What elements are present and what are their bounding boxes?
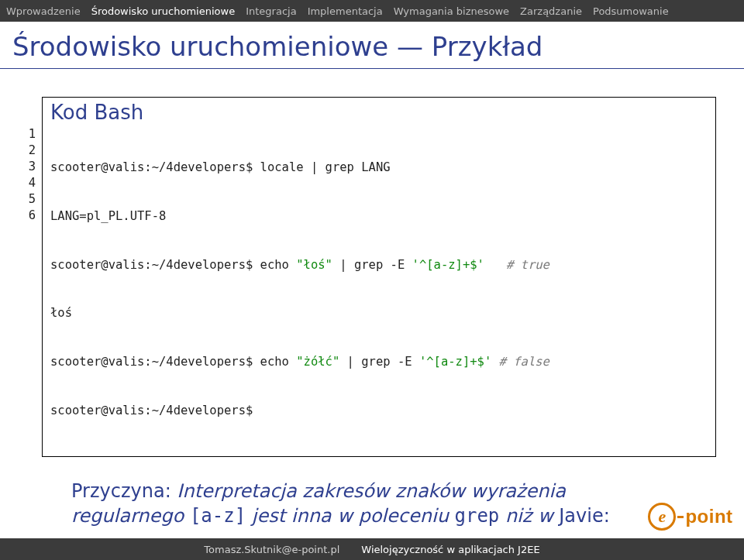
expl-text: niż w bbox=[499, 505, 559, 527]
lineno: 1 bbox=[19, 126, 36, 143]
section-nav: Wprowadzenie Środowisko uruchomieniowe I… bbox=[0, 0, 744, 22]
code-text: | grep -E bbox=[332, 258, 412, 272]
code-text: scooter@valis:~/4developers$ locale | gr… bbox=[50, 160, 391, 174]
code-comment: # true bbox=[484, 258, 549, 272]
slide-content: 1 2 3 4 5 6 Kod Bash scooter@valis:~/4de… bbox=[0, 69, 744, 560]
lineno: 6 bbox=[19, 208, 36, 224]
nav-zarzadzanie[interactable]: Zarządzanie bbox=[520, 5, 582, 17]
nav-integracja[interactable]: Integracja bbox=[246, 5, 296, 17]
expl-text: Javie bbox=[559, 505, 603, 527]
expl-text: jest inna w poleceniu bbox=[246, 505, 454, 527]
line-numbers: 1 2 3 4 5 6 bbox=[19, 97, 42, 457]
slide-title: Środowisko uruchomieniowe — Przykład bbox=[0, 22, 744, 68]
nav-wymagania[interactable]: Wymagania biznesowe bbox=[394, 5, 509, 17]
code-lines: scooter@valis:~/4developers$ locale | gr… bbox=[43, 127, 715, 456]
code-block: 1 2 3 4 5 6 Kod Bash scooter@valis:~/4de… bbox=[19, 97, 716, 457]
logo-dash-icon bbox=[677, 516, 684, 518]
lineno: 5 bbox=[19, 191, 36, 208]
code-string: "żółć" bbox=[296, 355, 339, 369]
code-text: scooter@valis:~/4developers$ echo bbox=[50, 258, 296, 272]
epoint-logo: e point bbox=[648, 501, 733, 532]
nav-srodowisko[interactable]: Środowisko uruchomieniowe bbox=[91, 5, 236, 17]
lineno: 2 bbox=[19, 143, 36, 159]
expl-text: : bbox=[604, 505, 610, 527]
code-text: LANG=pl_PL.UTF-8 bbox=[50, 209, 166, 223]
footer-author: Tomasz.Skutnik@e-point.pl bbox=[204, 544, 339, 555]
code-string: '^[a-z]+$' bbox=[412, 258, 484, 272]
expl-tt: grep bbox=[454, 505, 499, 527]
code-comment: # false bbox=[491, 355, 549, 369]
code-string: "łoś" bbox=[296, 258, 332, 272]
code-text: scooter@valis:~/4developers$ bbox=[50, 404, 253, 417]
nav-podsumowanie[interactable]: Podsumowanie bbox=[593, 5, 669, 17]
nav-wprowadzenie[interactable]: Wprowadzenie bbox=[6, 5, 81, 17]
nav-implementacja[interactable]: Implementacja bbox=[308, 5, 383, 17]
code-box: Kod Bash scooter@valis:~/4developers$ lo… bbox=[42, 97, 716, 457]
footer: Tomasz.Skutnik@e-point.pl Wielojęzycznoś… bbox=[0, 538, 744, 560]
expl-lead: Przyczyna: bbox=[71, 480, 171, 502]
logo-e-icon: e bbox=[648, 503, 676, 531]
code-text: łoś bbox=[50, 306, 72, 320]
footer-title: Wielojęzyczność w aplikacjach J2EE bbox=[361, 544, 539, 555]
lineno: 3 bbox=[19, 159, 36, 175]
expl-tt: [a-z] bbox=[190, 505, 246, 527]
explanation: Przyczyna: Interpretacja zakresów znaków… bbox=[19, 457, 654, 529]
code-string: '^[a-z]+$' bbox=[419, 355, 491, 369]
code-title: Kod Bash bbox=[43, 98, 715, 127]
lineno: 4 bbox=[19, 175, 36, 191]
logo-word: point bbox=[685, 506, 732, 527]
code-text: | grep -E bbox=[339, 355, 419, 369]
code-text: scooter@valis:~/4developers$ echo bbox=[50, 355, 296, 369]
